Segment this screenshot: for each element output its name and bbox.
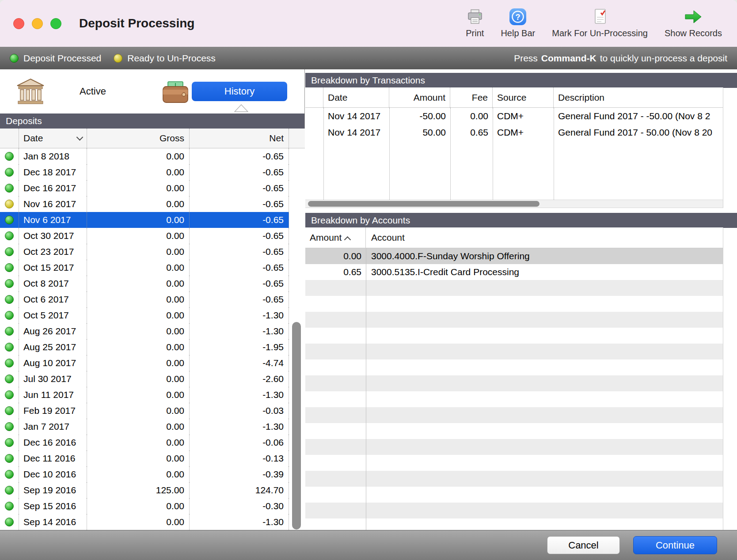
- tab-active[interactable]: Active: [66, 69, 119, 114]
- print-label: Print: [466, 28, 484, 38]
- deposit-row[interactable]: Nov 6 20170.00-0.65: [0, 212, 289, 228]
- tx-date-column-header[interactable]: Date: [323, 87, 389, 107]
- toolbar: Print ? Help Bar: [466, 8, 737, 38]
- tx-amount-column-header[interactable]: Amount: [389, 87, 450, 107]
- bank-icon: [16, 78, 45, 106]
- deposit-row[interactable]: Sep 15 20160.00-0.30: [0, 498, 289, 514]
- transaction-row[interactable]: Nov 14 201750.000.65CDM+General Fund 201…: [305, 124, 723, 140]
- zoom-button[interactable]: [50, 18, 61, 29]
- tx-fee-column-header[interactable]: Fee: [450, 87, 493, 107]
- status-cell: [0, 498, 19, 514]
- deposit-row[interactable]: Oct 15 20170.00-0.65: [0, 260, 289, 276]
- help-bar-button[interactable]: ? Help Bar: [501, 8, 535, 38]
- deposit-net: -0.65: [190, 228, 289, 244]
- deposit-row[interactable]: Sep 14 20160.00-1.30: [0, 514, 289, 530]
- transactions-gutter: [305, 87, 323, 107]
- help-bar-label: Help Bar: [501, 28, 535, 38]
- status-cell: [0, 514, 19, 530]
- tx-description-column-header[interactable]: Description: [554, 87, 723, 107]
- deposit-date: Aug 25 2017: [19, 339, 87, 355]
- tx-source-column-header[interactable]: Source: [493, 87, 554, 107]
- deposit-net: -0.65: [190, 260, 289, 276]
- deposit-row[interactable]: Dec 10 20160.00-0.39: [0, 466, 289, 482]
- vertical-scrollbar-thumb[interactable]: [292, 322, 301, 530]
- status-cell: [0, 339, 19, 355]
- deposit-net: -1.30: [190, 387, 289, 403]
- deposit-row[interactable]: Oct 30 20170.00-0.65: [0, 228, 289, 244]
- deposit-row[interactable]: Nov 16 20170.00-0.65: [0, 196, 289, 212]
- mark-for-unprocessing-button[interactable]: Mark For Un-Processing: [552, 8, 648, 38]
- show-records-label: Show Records: [665, 28, 722, 38]
- deposit-row[interactable]: Jun 11 20170.00-1.30: [0, 387, 289, 403]
- deposit-net: -0.65: [190, 212, 289, 228]
- continue-button[interactable]: Continue: [633, 536, 717, 554]
- horizontal-scrollbar[interactable]: [305, 200, 723, 208]
- status-cell: [0, 387, 19, 403]
- deposit-row[interactable]: Dec 16 20170.00-0.65: [0, 180, 289, 196]
- cancel-button[interactable]: Cancel: [547, 536, 620, 554]
- deposit-date: Aug 10 2017: [19, 355, 87, 371]
- traffic-lights: [0, 18, 61, 29]
- deposit-row[interactable]: Oct 8 20170.00-0.65: [0, 276, 289, 291]
- tab-history[interactable]: History: [192, 82, 287, 101]
- deposit-row[interactable]: Jan 7 20170.00-1.30: [0, 419, 289, 435]
- window-title: Deposit Processing: [79, 16, 194, 30]
- transaction-row[interactable]: Nov 14 2017-50.000.00CDM+General Fund 20…: [305, 108, 723, 124]
- green-status-dot: [5, 327, 14, 336]
- transactions-column-headers: Date Amount Fee Source Description: [305, 87, 723, 108]
- deposit-gross: 0.00: [87, 244, 190, 260]
- show-records-button[interactable]: Show Records: [665, 8, 722, 38]
- status-cell: [0, 164, 19, 180]
- deposit-row[interactable]: Dec 16 20160.00-0.06: [0, 435, 289, 450]
- deposit-row[interactable]: Aug 25 20170.00-1.95: [0, 339, 289, 355]
- account-row[interactable]: 0.003000.4000.F-Sunday Worship Offering: [305, 248, 723, 264]
- deposit-gross: 0.00: [87, 498, 190, 514]
- gross-column-header[interactable]: Gross: [87, 129, 190, 148]
- deposit-row[interactable]: Oct 5 20170.00-1.30: [0, 307, 289, 323]
- legend-deposit-processed: Deposit Processed: [10, 53, 101, 64]
- status-cell: [0, 450, 19, 466]
- horizontal-scrollbar-thumb[interactable]: [308, 201, 539, 207]
- deposit-gross: 0.00: [87, 514, 190, 530]
- acct-amount-column-header[interactable]: Amount: [305, 227, 366, 248]
- deposits-table-body: Jan 8 20180.00-0.65Dec 18 20170.00-0.65D…: [0, 148, 305, 530]
- status-column-header[interactable]: [0, 129, 19, 148]
- deposit-row[interactable]: Jul 30 20170.00-2.60: [0, 371, 289, 387]
- green-status-dot: [5, 406, 14, 415]
- account-row[interactable]: 0.653000.5135.I-Credit Card Processing: [305, 264, 723, 280]
- transactions-table-body: Nov 14 2017-50.000.00CDM+General Fund 20…: [305, 108, 723, 200]
- deposit-row[interactable]: Jan 8 20180.00-0.65: [0, 148, 289, 164]
- transaction-description: General Fund 2017 - -50.00 (Nov 8 2: [554, 108, 723, 124]
- deposit-row[interactable]: Dec 11 20160.00-0.13: [0, 450, 289, 466]
- green-status-dot: [5, 279, 14, 288]
- deposit-gross: 0.00: [87, 276, 190, 291]
- acct-account-column-header[interactable]: Account: [366, 227, 723, 248]
- status-cell: [0, 196, 19, 212]
- accounts-column-headers: Amount Account: [305, 227, 723, 248]
- deposit-row[interactable]: Feb 19 20170.00-0.03: [0, 403, 289, 419]
- green-status-dot: [5, 454, 14, 463]
- deposit-row[interactable]: Sep 19 2016125.00124.70: [0, 482, 289, 498]
- status-cell: [0, 180, 19, 196]
- deposit-row[interactable]: Oct 23 20170.00-0.65: [0, 244, 289, 260]
- deposit-row[interactable]: Aug 26 20170.00-1.30: [0, 323, 289, 339]
- green-status-dot: [5, 152, 14, 161]
- green-arrow-icon: [684, 8, 702, 27]
- deposit-date: Oct 30 2017: [19, 228, 87, 244]
- status-cell: [0, 419, 19, 435]
- net-column-header[interactable]: Net: [190, 129, 289, 148]
- minimize-button[interactable]: [32, 18, 43, 29]
- print-button[interactable]: Print: [466, 8, 484, 38]
- deposit-row[interactable]: Aug 10 20170.00-4.74: [0, 355, 289, 371]
- deposit-row[interactable]: Oct 6 20170.00-0.65: [0, 291, 289, 307]
- status-cell: [0, 228, 19, 244]
- deposit-row[interactable]: Dec 18 20170.00-0.65: [0, 164, 289, 180]
- deposit-gross: 0.00: [87, 291, 190, 307]
- sort-ascending-chevron-icon: [344, 236, 351, 243]
- deposit-net: -0.13: [190, 450, 289, 466]
- deposit-net: -4.74: [190, 355, 289, 371]
- yellow-status-dot: [114, 54, 122, 63]
- close-button[interactable]: [13, 18, 24, 29]
- deposit-date: Oct 5 2017: [19, 307, 87, 323]
- date-column-header[interactable]: Date: [19, 129, 87, 148]
